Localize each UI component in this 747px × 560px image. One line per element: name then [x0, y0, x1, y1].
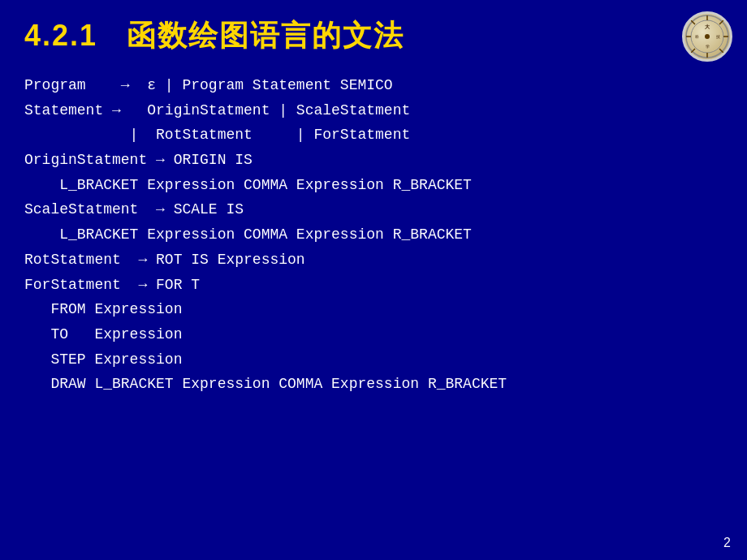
university-logo: 大 学 科 技 — [682, 11, 732, 62]
title-chinese: 函数绘图语言的文法 — [127, 19, 404, 52]
svg-text:学: 学 — [706, 44, 710, 50]
grammar-line-4: OriginStatment → ORIGIN IS — [24, 149, 723, 173]
grammar-line-12: STEP Expression — [24, 348, 723, 373]
grammar-line-10: FROM Expression — [24, 298, 723, 322]
page-number: 2 — [723, 536, 731, 550]
grammar-line-6: ScaleStatment → SCALE IS — [24, 198, 723, 222]
svg-text:技: 技 — [715, 34, 720, 40]
grammar-line-13: DRAW L_BRACKET Expression COMMA Expressi… — [24, 373, 723, 397]
grammar-line-5: L_BRACKET Expression COMMA Expression R_… — [24, 174, 723, 198]
grammar-line-7: L_BRACKET Expression COMMA Expression R_… — [24, 223, 723, 248]
grammar-line-9: ForStatment → FOR T — [24, 274, 723, 298]
grammar-line-11: TO Expression — [24, 323, 723, 347]
svg-text:科: 科 — [695, 34, 699, 40]
grammar-line-2: Statement → OriginStatment | ScaleStatme… — [24, 99, 723, 123]
slide-title: 4.2.1 函数绘图语言的文法 — [24, 16, 723, 56]
svg-text:大: 大 — [704, 24, 710, 30]
grammar-line-3: | RotStatment | ForStatment — [24, 123, 723, 148]
svg-point-2 — [705, 34, 710, 39]
grammar-line-1: Program → ε | Program Statement SEMICO — [24, 74, 723, 98]
grammar-line-8: RotStatment → ROT IS Expression — [24, 248, 723, 273]
title-number: 4.2.1 — [24, 19, 97, 52]
grammar-content: Program → ε | Program Statement SEMICO S… — [24, 74, 723, 397]
slide-container: 大 学 科 技 4.2.1 函数绘图语言的文法 Program → ε | Pr… — [0, 0, 747, 560]
